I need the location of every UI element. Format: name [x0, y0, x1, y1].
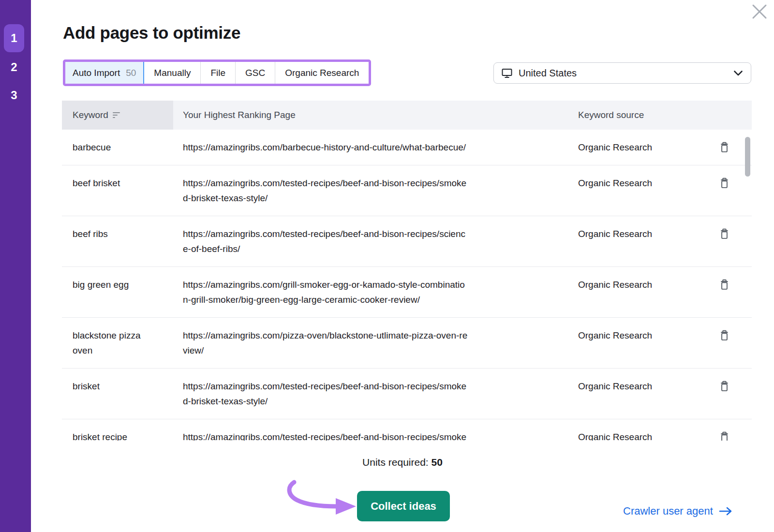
keyword-cell: beef ribs	[62, 226, 173, 256]
delete-row-button[interactable]	[720, 177, 729, 189]
column-header-keyword[interactable]: Keyword	[62, 101, 173, 130]
units-required-value: 50	[432, 457, 443, 468]
trash-icon	[720, 142, 729, 153]
delete-row-button[interactable]	[720, 279, 729, 290]
crawler-user-agent-link[interactable]: Crawler user agent	[623, 505, 732, 517]
tabs-annotation-highlight: Auto Import50 Manually File GSC Organic …	[63, 59, 371, 86]
table-row: blackstone pizza oven https://amazingrib…	[62, 318, 752, 369]
table-row: beef ribs https://amazingribs.com/tested…	[62, 216, 752, 267]
trash-icon	[720, 279, 729, 290]
ranking-page-cell: https://amazingribs.com/tested-recipes/b…	[173, 226, 578, 256]
ranking-page-cell: https://amazingribs.com/barbecue-history…	[173, 140, 578, 155]
delete-row-button[interactable]	[720, 228, 729, 239]
keyword-source-cell: Organic Research	[578, 140, 752, 155]
keyword-cell: big green egg	[62, 277, 173, 307]
keyword-cell: brisket	[62, 379, 173, 409]
country-select[interactable]: United States	[493, 62, 751, 84]
table-body: barbecue https://amazingribs.com/barbecu…	[62, 130, 752, 441]
ranking-page-cell: https://amazingribs.com/tested-recipes/b…	[173, 176, 578, 206]
page-title: Add pages to optimize	[63, 23, 240, 43]
column-header-source: Keyword source	[578, 101, 752, 130]
delete-row-button[interactable]	[720, 330, 729, 341]
table-row: barbecue https://amazingribs.com/barbecu…	[62, 130, 752, 165]
table-header: Keyword Your Highest Ranking Page Keywor…	[62, 101, 752, 130]
monitor-icon	[502, 68, 512, 78]
arrow-right-icon	[719, 507, 732, 516]
keyword-source-cell: Organic Research	[578, 176, 752, 206]
ranking-page-cell: https://amazingribs.com/tested-recipes/b…	[173, 379, 578, 409]
trash-icon	[720, 330, 729, 341]
tab-gsc[interactable]: GSC	[236, 62, 275, 84]
keyword-cell: beef brisket	[62, 176, 173, 206]
keyword-source-cell: Organic Research	[578, 226, 752, 256]
delete-row-button[interactable]	[720, 381, 729, 392]
trash-icon	[720, 431, 729, 441]
keyword-cell: brisket recipe	[62, 429, 173, 441]
column-header-page: Your Highest Ranking Page	[173, 101, 578, 130]
tab-auto-import-label: Auto Import	[73, 68, 120, 78]
keyword-cell: blackstone pizza oven	[62, 328, 173, 358]
import-tabs: Auto Import50 Manually File GSC Organic …	[65, 62, 369, 84]
keyword-source-cell: Organic Research	[578, 328, 752, 358]
trash-icon	[720, 228, 729, 239]
country-select-value: United States	[519, 68, 577, 79]
table-row: brisket https://amazingribs.com/tested-r…	[62, 369, 752, 419]
collect-ideas-button[interactable]: Collect ideas	[357, 491, 450, 521]
column-header-keyword-label: Keyword	[73, 110, 108, 120]
sort-descending-icon	[113, 112, 120, 118]
tab-file[interactable]: File	[201, 62, 236, 84]
keyword-cell: barbecue	[62, 140, 173, 155]
keywords-table: Keyword Your Highest Ranking Page Keywor…	[62, 101, 752, 441]
ranking-page-cell: https://amazingribs.com/grill-smoker-egg…	[173, 277, 578, 307]
chevron-down-icon	[733, 70, 743, 76]
delete-row-button[interactable]	[720, 431, 729, 441]
step-1[interactable]: 1	[4, 24, 24, 52]
add-pages-modal: 1 2 3 Add pages to optimize Auto Import5…	[0, 0, 774, 532]
annotation-arrow	[283, 477, 360, 516]
table-row: brisket recipe https://amazingribs.com/t…	[62, 419, 752, 441]
step-3[interactable]: 3	[4, 81, 24, 109]
keyword-source-cell: Organic Research	[578, 429, 752, 441]
close-icon	[751, 3, 768, 20]
table-row: big green egg https://amazingribs.com/gr…	[62, 267, 752, 318]
keyword-source-cell: Organic Research	[578, 277, 752, 307]
units-required: Units required: 50	[31, 457, 774, 468]
ranking-page-cell: https://amazingribs.com/pizza-oven/black…	[173, 328, 578, 358]
trash-icon	[720, 381, 729, 392]
units-required-label: Units required:	[362, 457, 429, 468]
trash-icon	[720, 177, 729, 189]
table-row: beef brisket https://amazingribs.com/tes…	[62, 165, 752, 216]
tab-auto-import-count: 50	[126, 68, 136, 78]
step-2[interactable]: 2	[4, 53, 24, 81]
crawler-user-agent-label: Crawler user agent	[623, 505, 713, 517]
delete-row-button[interactable]	[720, 142, 729, 153]
tab-organic-research[interactable]: Organic Research	[275, 62, 369, 84]
table-scrollbar-thumb[interactable]	[745, 137, 750, 177]
tab-manually[interactable]: Manually	[144, 62, 201, 84]
stepper-sidebar: 1 2 3	[0, 0, 31, 532]
close-button[interactable]	[750, 2, 769, 21]
ranking-page-cell: https://amazingribs.com/tested-recipes/b…	[173, 429, 578, 441]
keyword-source-cell: Organic Research	[578, 379, 752, 409]
tab-auto-import[interactable]: Auto Import50	[65, 62, 144, 84]
